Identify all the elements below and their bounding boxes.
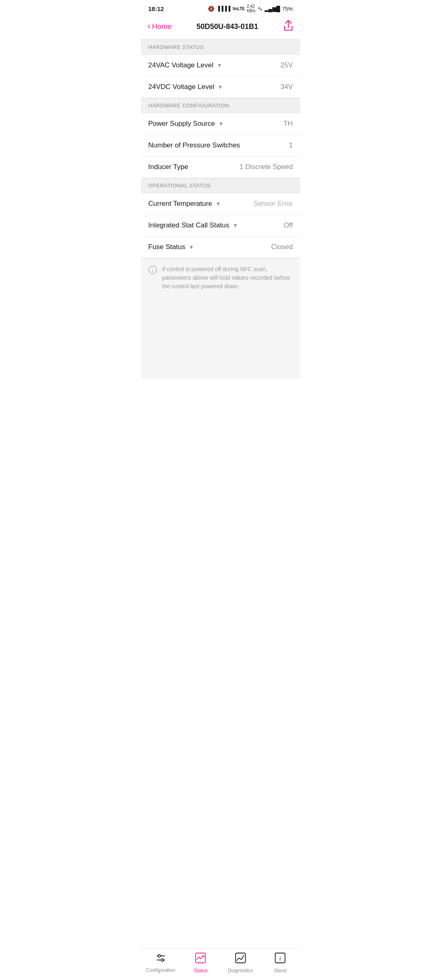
- vac-dropdown-icon: ▼: [216, 62, 222, 69]
- section-operational-status: OPERATIONAL STATUS: [141, 178, 300, 193]
- fuse-status-label: Fuse Status ▼: [148, 243, 194, 251]
- signal-bars-icon: ▂▄▆█: [265, 6, 280, 12]
- pressure-switches-value: 1: [289, 141, 293, 149]
- share-button[interactable]: [283, 20, 294, 33]
- status-icons: 🔕 ▐▐▐▐ VoLTE 2.42KB/s ∿ ▂▄▆█ 75%: [208, 4, 293, 13]
- section-hardware-configuration: HARDWARE CONFIGURATION: [141, 98, 300, 113]
- power-supply-value: TH: [283, 120, 293, 128]
- info-box: i If control is powered off during NFC s…: [141, 258, 300, 297]
- mute-icon: 🔕: [208, 6, 214, 12]
- status-time: 18:12: [148, 5, 164, 12]
- row-power-supply[interactable]: Power Supply Source ▼ TH: [141, 113, 300, 135]
- pressure-switches-label: Number of Pressure Switches: [148, 141, 240, 149]
- volte-icon: VoLTE: [232, 7, 245, 11]
- gray-fill-area: [141, 297, 300, 379]
- status-bar: 18:12 🔕 ▐▐▐▐ VoLTE 2.42KB/s ∿ ▂▄▆█ 75%: [141, 0, 300, 16]
- vdc-voltage-label: 24VDC Voltage Level ▼: [148, 83, 223, 91]
- stat-call-label: Integrated Stat Call Status ▼: [148, 221, 238, 229]
- row-inducer-type[interactable]: Inducer Type 1 Discrete Speed: [141, 156, 300, 178]
- back-label: Home: [152, 22, 172, 31]
- row-current-temperature[interactable]: Current Temperature ▼ Sensor Error: [141, 193, 300, 215]
- stat-call-value: Off: [284, 221, 293, 229]
- vdc-dropdown-icon: ▼: [218, 84, 223, 90]
- back-chevron-icon: ‹: [147, 22, 150, 31]
- section-hardware-status: HARDWARE STATUS: [141, 40, 300, 55]
- fuse-dropdown-icon: ▼: [189, 244, 194, 250]
- vac-voltage-value: 25V: [281, 61, 293, 69]
- battery-level: 75%: [282, 6, 293, 12]
- data-speed: 2.42KB/s: [247, 4, 255, 13]
- signal-icon: ▐▐▐▐: [216, 6, 230, 11]
- inducer-type-label: Inducer Type: [148, 163, 188, 171]
- row-pressure-switches[interactable]: Number of Pressure Switches 1: [141, 135, 300, 156]
- current-temperature-label: Current Temperature ▼: [148, 200, 221, 208]
- power-supply-label: Power Supply Source ▼: [148, 120, 224, 128]
- svg-text:i: i: [152, 267, 154, 273]
- header: ‹ Home 50D50U-843-01B1: [141, 16, 300, 40]
- temperature-dropdown-icon: ▼: [216, 200, 221, 207]
- row-vac-voltage[interactable]: 24VAC Voltage Level ▼ 25V: [141, 55, 300, 76]
- power-supply-dropdown-icon: ▼: [218, 120, 224, 127]
- inducer-type-value: 1 Discrete Speed: [240, 163, 293, 171]
- fuse-status-value: Closed: [271, 243, 293, 251]
- info-circle-icon: i: [148, 265, 157, 276]
- info-message: If control is powered off during NFC sca…: [162, 265, 293, 291]
- vac-voltage-label: 24VAC Voltage Level ▼: [148, 61, 222, 69]
- row-vdc-voltage[interactable]: 24VDC Voltage Level ▼ 34V: [141, 76, 300, 98]
- current-temperature-value: Sensor Error: [254, 200, 293, 208]
- wifi-icon: ∿: [258, 5, 263, 12]
- back-button[interactable]: ‹ Home: [147, 22, 172, 31]
- stat-call-dropdown-icon: ▼: [232, 222, 238, 229]
- main-content: HARDWARE STATUS 24VAC Voltage Level ▼ 25…: [141, 40, 300, 412]
- row-fuse-status[interactable]: Fuse Status ▼ Closed: [141, 236, 300, 258]
- page-title: 50D50U-843-01B1: [172, 22, 283, 31]
- vdc-voltage-value: 34V: [281, 83, 293, 91]
- row-stat-call-status[interactable]: Integrated Stat Call Status ▼ Off: [141, 215, 300, 236]
